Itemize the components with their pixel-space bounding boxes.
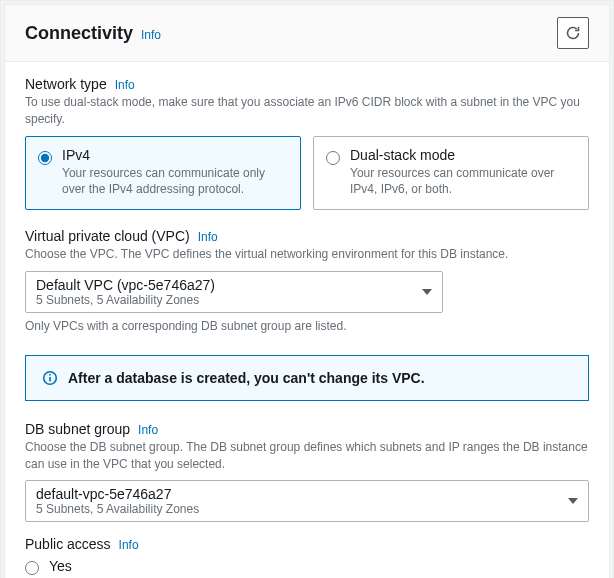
svg-point-2 xyxy=(49,374,51,376)
dual-desc: Your resources can communicate over IPv4… xyxy=(350,165,576,197)
subnet-label-text: DB subnet group xyxy=(25,421,130,437)
dual-radio[interactable] xyxy=(326,151,340,165)
network-type-label: Network type Info xyxy=(25,76,589,92)
ipv4-title: IPv4 xyxy=(62,147,288,163)
vpc-note: Only VPCs with a corresponding DB subnet… xyxy=(25,319,589,333)
public-access-radio-group: Yes RDS assigns a public IP address to t… xyxy=(25,558,589,578)
subnet-info-link[interactable]: Info xyxy=(138,423,158,437)
subnet-selected-sub: 5 Subnets, 5 Availability Zones xyxy=(36,502,558,516)
subnet-desc: Choose the DB subnet group. The DB subne… xyxy=(25,439,589,473)
panel-title-text: Connectivity xyxy=(25,23,133,44)
subnet-select[interactable]: default-vpc-5e746a27 5 Subnets, 5 Availa… xyxy=(25,480,589,522)
ipv4-desc: Your resources can communicate only over… xyxy=(62,165,288,197)
public-access-label-text: Public access xyxy=(25,536,111,552)
ipv4-radio[interactable] xyxy=(38,151,52,165)
refresh-button[interactable] xyxy=(557,17,589,49)
vpc-label-text: Virtual private cloud (VPC) xyxy=(25,228,190,244)
network-type-label-text: Network type xyxy=(25,76,107,92)
public-access-yes-radio[interactable] xyxy=(25,561,39,575)
vpc-label: Virtual private cloud (VPC) Info xyxy=(25,228,589,244)
subnet-selected-main: default-vpc-5e746a27 xyxy=(36,486,558,502)
banner-msg: After a database is created, you can't c… xyxy=(68,370,425,386)
connectivity-panel: Connectivity Info Network type Info To u… xyxy=(4,4,610,578)
panel-body: Network type Info To use dual-stack mode… xyxy=(5,62,609,578)
vpc-locked-banner: After a database is created, you can't c… xyxy=(25,355,589,401)
dual-title: Dual-stack mode xyxy=(350,147,576,163)
network-type-tiles: IPv4 Your resources can communicate only… xyxy=(25,136,589,210)
vpc-selected-main: Default VPC (vpc-5e746a27) xyxy=(36,277,412,293)
header-info-link[interactable]: Info xyxy=(141,28,161,42)
refresh-icon xyxy=(565,25,581,41)
vpc-desc: Choose the VPC. The VPC defines the virt… xyxy=(25,246,589,263)
panel-header: Connectivity Info xyxy=(5,5,609,62)
caret-down-icon xyxy=(568,498,578,504)
vpc-select[interactable]: Default VPC (vpc-5e746a27) 5 Subnets, 5 … xyxy=(25,271,443,313)
page-root: Connectivity Info Network type Info To u… xyxy=(0,0,614,578)
subnet-label: DB subnet group Info xyxy=(25,421,589,437)
info-icon xyxy=(42,370,58,386)
vpc-info-link[interactable]: Info xyxy=(198,230,218,244)
network-type-option-ipv4[interactable]: IPv4 Your resources can communicate only… xyxy=(25,136,301,210)
panel-title: Connectivity Info xyxy=(25,23,161,44)
network-type-desc: To use dual-stack mode, make sure that y… xyxy=(25,94,589,128)
caret-down-icon xyxy=(422,289,432,295)
vpc-selected-sub: 5 Subnets, 5 Availability Zones xyxy=(36,293,412,307)
public-access-yes-label: Yes xyxy=(49,558,72,575)
public-access-yes[interactable]: Yes xyxy=(25,558,589,575)
network-type-info-link[interactable]: Info xyxy=(115,78,135,92)
public-access-info-link[interactable]: Info xyxy=(119,538,139,552)
network-type-option-dual[interactable]: Dual-stack mode Your resources can commu… xyxy=(313,136,589,210)
public-access-label: Public access Info xyxy=(25,536,589,552)
